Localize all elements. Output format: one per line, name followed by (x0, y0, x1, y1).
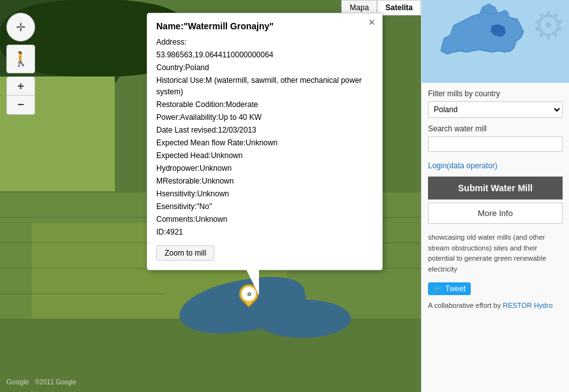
map-controls: ✛ 🚶 + − (6, 13, 35, 115)
popup-title: Name:"Watermill Gronajny" (156, 21, 373, 31)
popup-field-id: ID:4921 (156, 226, 373, 238)
zoom-to-mill-button[interactable]: Zoom to mill (156, 245, 214, 261)
gear-watermill-icon: ⚙ (531, 3, 566, 48)
search-input[interactable] (428, 136, 563, 152)
more-info-button[interactable]: More Info (428, 203, 563, 224)
popup-field-hsensitivity: Hsensitivity:Unknown (156, 188, 373, 200)
popup-field-comments: Comments:Unknown (156, 214, 373, 225)
nav-pan-control[interactable]: ✛ (6, 13, 35, 41)
popup-field-address-label: Address: (156, 36, 373, 48)
login-link[interactable]: Login(data operator) (422, 158, 569, 173)
popup-field-flow-rate: Expected Mean flow Rate:Unknown (156, 137, 373, 149)
popup-field-condition: Restorable Codition:Moderate (156, 99, 373, 110)
submit-water-mill-button[interactable]: Submit Water Mill (428, 177, 563, 200)
popup-field-mrestorable: MRestorable:Unknown (156, 175, 373, 187)
europe-map: ⚙ (422, 0, 569, 83)
sidebar: ⚙ Filter mills by country Poland Search … (421, 0, 569, 392)
popup-field-head: Expected Head:Unknown (156, 150, 373, 161)
twitter-section: 🐦 Tweet (422, 279, 569, 298)
twitter-icon: 🐦 (433, 284, 443, 293)
popup-field-hydropower: Hydropower:Unknown (156, 163, 373, 174)
restor-hydro-link[interactable]: RESTOR Hydro (503, 301, 552, 309)
pan-arrows-icon: ✛ (16, 20, 26, 34)
description-text: showcasing old water mills (and other st… (422, 227, 569, 279)
filter-label: Filter mills by country (428, 89, 563, 98)
copyright-label: ©2011 Google (35, 379, 77, 386)
popup-field-coordinates: 53.986563,19.0644110000000064 (156, 49, 373, 61)
filter-section: Filter mills by country Poland (422, 83, 569, 124)
satelita-tab[interactable]: Satelita (377, 0, 421, 15)
popup-field-country: Country:Poland (156, 62, 373, 73)
collab-text: A collaborative effort by RESTOR Hydro (422, 298, 569, 312)
info-popup: ✕ Name:"Watermill Gronajny" Address: 53.… (147, 13, 383, 270)
person-icon: 🚶 (12, 51, 29, 68)
zoom-out-button[interactable]: − (6, 96, 35, 115)
popup-field-esensitivity: Esensitivity:"No" (156, 201, 373, 212)
tweet-label: Tweet (445, 284, 466, 293)
street-view-button[interactable]: 🚶 (6, 45, 35, 73)
popup-field-power: Power:Availability:Up to 40 KW (156, 112, 373, 123)
popup-field-historical-use: Historical Use:M (watermill, sawmill, ot… (156, 75, 373, 98)
popup-field-date: Date Last revised:12/03/2013 (156, 124, 373, 136)
country-select[interactable]: Poland (428, 101, 563, 118)
zoom-controls: + − (6, 76, 35, 115)
popup-close-button[interactable]: ✕ (368, 17, 376, 27)
google-label: Google (6, 378, 29, 386)
search-label: Search water mill (428, 124, 563, 133)
tweet-button[interactable]: 🐦 Tweet (428, 282, 471, 295)
search-section: Search water mill (422, 124, 569, 158)
zoom-in-button[interactable]: + (6, 76, 35, 96)
